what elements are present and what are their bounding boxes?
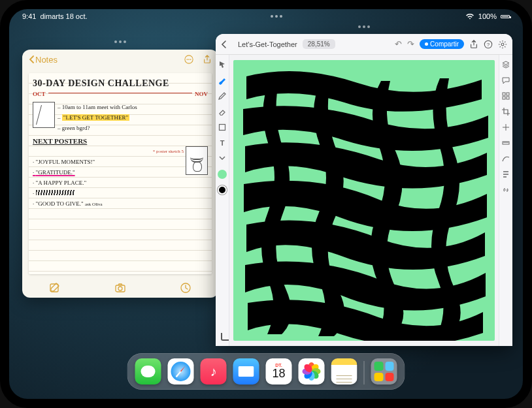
left-tool-column: T xyxy=(216,55,229,346)
svg-point-1 xyxy=(187,59,188,60)
notes-window[interactable]: Notes 30-DAY DESIGN CHALLENGE OCT NOV – … xyxy=(22,50,218,298)
status-bar: 9:41 dimarts 18 oct. 100% xyxy=(9,9,523,24)
chevron-down-icon[interactable] xyxy=(218,154,227,163)
align-icon[interactable] xyxy=(501,170,510,179)
battery-percent: 100% xyxy=(478,12,497,20)
note-line: · "GOOD TO GIVE." ask Oliva xyxy=(33,198,208,210)
guides-icon[interactable] xyxy=(501,123,510,132)
calendar-day: 18 xyxy=(272,368,285,379)
sketch-face xyxy=(186,146,208,175)
right-tool-column xyxy=(499,55,512,346)
window-dots-icon[interactable] xyxy=(114,40,126,43)
ipad-frame: 9:41 dimarts 18 oct. 100% Notes 30-DAY D… xyxy=(0,0,532,408)
cursor-icon[interactable] xyxy=(218,60,227,69)
note-line: · xyxy=(33,188,208,198)
dock-separator xyxy=(364,361,365,384)
note-months: OCT NOV xyxy=(33,89,208,99)
presence-dot-icon xyxy=(425,42,428,46)
color-swatch-primary[interactable] xyxy=(218,170,227,179)
svg-point-6 xyxy=(118,287,122,290)
drawing-toolbar: Let's-Get-Together 28,51% ↶ ↷ Compartir … xyxy=(216,34,512,55)
export-icon[interactable] xyxy=(469,40,478,49)
status-date: dimarts 18 oct. xyxy=(40,12,87,20)
comment-icon[interactable] xyxy=(501,76,510,85)
drawing-window[interactable]: Let's-Get-Together 28,51% ↶ ↷ Compartir … xyxy=(216,34,512,346)
ruler-icon[interactable] xyxy=(501,138,510,148)
note-line: – "LET'S GET TOGETHER" xyxy=(33,112,208,123)
share-label: Compartir xyxy=(430,40,459,48)
dock: ♪ DT. 18 xyxy=(127,353,405,390)
svg-rect-15 xyxy=(507,97,509,99)
notes-toolbar: Notes xyxy=(22,50,218,69)
artwork-canvas[interactable] xyxy=(233,60,495,341)
app-safari[interactable] xyxy=(168,358,194,384)
note-title: 30-DAY DESIGN CHALLENGE xyxy=(33,78,208,89)
artwork-strokes xyxy=(233,60,495,341)
zoom-level[interactable]: 28,51% xyxy=(303,39,335,49)
sketch-caption: * poster sketch 5 xyxy=(33,146,208,157)
compose-icon[interactable] xyxy=(49,282,61,294)
chevron-left-icon[interactable] xyxy=(221,40,226,48)
resize-handle-icon[interactable] xyxy=(221,333,229,341)
wifi-icon xyxy=(465,13,474,20)
layers-icon[interactable] xyxy=(501,60,510,69)
pencil-icon[interactable] xyxy=(218,91,227,101)
gear-icon[interactable] xyxy=(498,40,507,49)
crop-icon[interactable] xyxy=(501,107,510,116)
panels-icon[interactable] xyxy=(501,91,510,101)
help-icon[interactable]: ? xyxy=(484,40,493,49)
window-dots-icon[interactable] xyxy=(358,25,370,28)
ellipsis-circle-icon[interactable] xyxy=(184,55,193,64)
svg-rect-11 xyxy=(220,125,225,131)
sketch-thumbnail xyxy=(33,102,55,128)
notes-back-button[interactable]: Notes xyxy=(29,55,58,65)
redo-icon[interactable]: ↷ xyxy=(407,39,414,49)
app-library[interactable] xyxy=(371,358,397,384)
app-calendar[interactable]: DT. 18 xyxy=(266,358,292,384)
svg-point-10 xyxy=(501,43,504,46)
clock-icon[interactable] xyxy=(180,282,191,294)
note-subheading: NEXT POSTERS xyxy=(33,136,208,146)
notes-bottom-toolbar xyxy=(22,278,218,298)
canvas-area[interactable] xyxy=(229,55,499,346)
battery-icon xyxy=(501,15,510,18)
shape-icon[interactable] xyxy=(218,123,227,132)
app-notes[interactable] xyxy=(331,358,357,384)
svg-point-2 xyxy=(188,59,190,60)
note-line: – green bgrd? xyxy=(33,123,208,133)
text-icon[interactable]: T xyxy=(218,138,227,148)
stage-manager-dots-icon xyxy=(267,15,286,18)
note-line: – 10am to 11am meet with Carlos xyxy=(33,102,208,112)
link-icon[interactable] xyxy=(501,185,510,195)
svg-point-3 xyxy=(190,59,191,60)
svg-rect-14 xyxy=(503,97,505,99)
color-swatch-secondary[interactable] xyxy=(218,185,227,195)
app-mail[interactable] xyxy=(233,358,259,384)
svg-rect-12 xyxy=(503,93,505,95)
notes-content[interactable]: 30-DAY DESIGN CHALLENGE OCT NOV – 10am t… xyxy=(22,69,218,278)
month-from: OCT xyxy=(33,89,46,99)
note-line: · "JOYFUL MOMENTS!" xyxy=(33,157,208,167)
camera-icon[interactable] xyxy=(114,282,126,294)
chevron-left-icon xyxy=(29,55,34,63)
share-button[interactable]: Compartir xyxy=(420,39,464,49)
app-music[interactable]: ♪ xyxy=(201,358,227,384)
brush-icon[interactable] xyxy=(218,76,227,85)
share-icon[interactable] xyxy=(203,55,212,64)
svg-rect-13 xyxy=(507,93,509,95)
note-line: · "A HAPPY PLACE." xyxy=(33,178,208,188)
app-photos[interactable] xyxy=(299,358,325,384)
document-title[interactable]: Let's-Get-Together xyxy=(238,40,297,48)
note-line: · "GRATITUDE." xyxy=(33,167,208,178)
status-time: 9:41 xyxy=(22,12,36,20)
notes-page-left: 30-DAY DESIGN CHALLENGE OCT NOV – 10am t… xyxy=(29,73,212,274)
svg-text:?: ? xyxy=(487,41,490,47)
eraser-icon[interactable] xyxy=(218,107,227,116)
month-to: NOV xyxy=(195,89,208,99)
notes-back-label: Notes xyxy=(35,55,58,65)
app-messages[interactable] xyxy=(135,358,161,384)
undo-icon[interactable]: ↶ xyxy=(395,39,402,49)
curve-icon[interactable] xyxy=(501,154,510,163)
